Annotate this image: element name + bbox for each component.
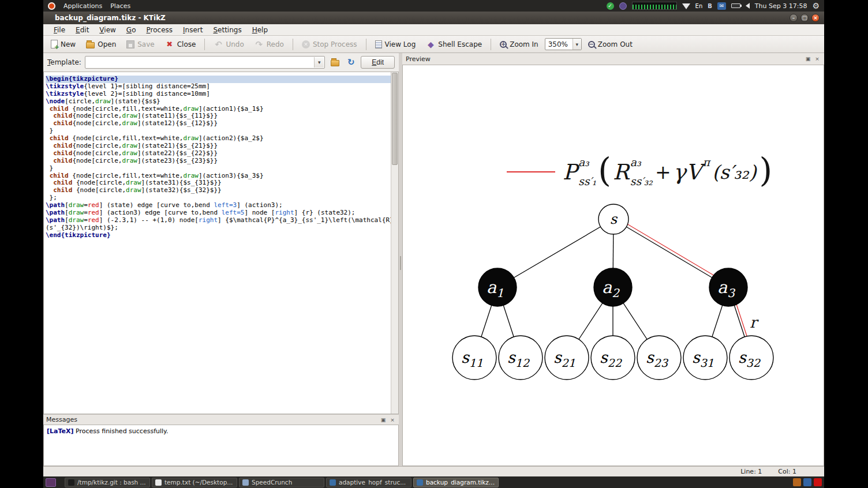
places-menu[interactable]: Places bbox=[110, 2, 130, 10]
taskbar-window-button[interactable]: adaptive_hopf_struc... bbox=[326, 478, 411, 487]
desktop: Applications Places ✓ En B ✉ Thu Sep 3 1… bbox=[0, 0, 868, 488]
save-button[interactable]: Save bbox=[122, 39, 158, 50]
zoom-out-button[interactable]: −Zoom Out bbox=[584, 39, 637, 50]
volume-icon[interactable] bbox=[746, 3, 750, 9]
chevron-down-icon[interactable]: ▾ bbox=[314, 57, 324, 67]
shell-escape-button[interactable]: ◆Shell Escape bbox=[422, 38, 486, 51]
toolbar-separator bbox=[491, 39, 491, 50]
code-token: draw bbox=[69, 201, 84, 209]
latex-formula: Pa₃ss′₁(Ra₃ss′₃₂+γVπ(s′₃₂)) bbox=[507, 151, 773, 193]
code-token: draw bbox=[122, 142, 137, 149]
tray-icon-3[interactable] bbox=[814, 478, 822, 486]
code-area[interactable]: \begin{tikzpicture}\tikzstyle{level 1}=[… bbox=[44, 72, 398, 414]
code-editor[interactable]: \begin{tikzpicture}\tikzstyle{level 1}=[… bbox=[43, 72, 399, 414]
open-button[interactable]: Open bbox=[82, 39, 120, 50]
taskbar-window-button[interactable]: temp.txt (~/Desktop... bbox=[152, 478, 237, 487]
code-token: [ bbox=[65, 209, 69, 216]
code-token bbox=[46, 179, 53, 186]
network-icon[interactable] bbox=[682, 3, 690, 9]
menu-process[interactable]: Process bbox=[141, 25, 177, 35]
code-token: [ bbox=[65, 201, 69, 209]
toolbar-button-label: Redo bbox=[267, 40, 284, 48]
detach-panel-icon[interactable]: ▣ bbox=[380, 416, 387, 423]
template-open-button[interactable] bbox=[328, 56, 341, 69]
messages-body: [LaTeX] Process finished successfully. bbox=[43, 425, 399, 466]
keyboard-layout-indicator[interactable]: En bbox=[695, 3, 703, 9]
window-titlebar[interactable]: backup_diagram.tikz - KTikZ – □ × bbox=[43, 12, 824, 24]
clock[interactable]: Thu Sep 3 17:58 bbox=[755, 2, 807, 10]
code-token: ](state32){$s_{32}$}} bbox=[141, 186, 222, 194]
template-reload-button[interactable]: ↻ bbox=[345, 56, 357, 69]
tray-icon-2[interactable] bbox=[803, 478, 811, 486]
applications-menu[interactable]: Applications bbox=[63, 2, 102, 10]
close-button[interactable]: ✖Close bbox=[161, 38, 200, 51]
taskbar-window-label: backup_diagram.tikz ... bbox=[426, 479, 495, 486]
code-token: child bbox=[53, 119, 72, 127]
messages-title: Messages bbox=[46, 416, 380, 423]
menu-help[interactable]: Help bbox=[248, 25, 272, 35]
bluetooth-icon[interactable]: B bbox=[708, 3, 712, 9]
undo-button[interactable]: ↶Undo bbox=[209, 38, 248, 51]
taskbar-launcher-icon[interactable] bbox=[46, 478, 56, 487]
menu-insert[interactable]: Insert bbox=[178, 25, 207, 35]
template-label: Template: bbox=[47, 58, 81, 66]
close-panel-icon[interactable]: × bbox=[389, 416, 396, 423]
indicator-applet-icon[interactable] bbox=[619, 2, 627, 10]
template-edit-button[interactable]: Edit bbox=[361, 56, 395, 69]
code-token: ](state){$s$} bbox=[111, 97, 160, 105]
menu-view[interactable]: View bbox=[95, 25, 120, 35]
minimize-button[interactable]: – bbox=[790, 14, 798, 22]
code-token: ] node [ bbox=[244, 209, 275, 216]
code-token: ](state31){$s_{31}$}} bbox=[141, 179, 222, 186]
tray-icon-1[interactable] bbox=[793, 478, 801, 486]
new-icon bbox=[51, 40, 58, 48]
code-token: {node[circle,fill,text=white, bbox=[69, 172, 184, 179]
new-button[interactable]: New bbox=[47, 38, 80, 50]
taskbar-window-button[interactable]: SpeedCrunch bbox=[239, 478, 324, 487]
view-log-button[interactable]: View Log bbox=[371, 39, 420, 50]
maximize-button[interactable]: □ bbox=[800, 14, 809, 22]
close-icon: ✖ bbox=[165, 40, 174, 49]
taskbar-tray bbox=[791, 478, 822, 486]
close-window-button[interactable]: × bbox=[811, 14, 820, 22]
code-token: red bbox=[88, 201, 99, 209]
zoom-level-combobox[interactable]: 350%▾ bbox=[545, 38, 582, 50]
mail-icon[interactable]: ✉ bbox=[717, 2, 726, 10]
taskbar: /tmp/ktikz.git : bash ...temp.txt (~/Des… bbox=[43, 476, 824, 488]
battery-icon[interactable] bbox=[731, 3, 740, 8]
scrollbar-thumb[interactable] bbox=[392, 73, 398, 165]
session-gear-icon[interactable]: ⚙ bbox=[812, 1, 820, 10]
taskbar-window-button[interactable]: backup_diagram.tikz ... bbox=[413, 478, 499, 487]
stop-process-button[interactable]: ✕Stop Process bbox=[298, 39, 361, 50]
template-combobox[interactable]: ▾ bbox=[85, 56, 325, 69]
window-icon bbox=[417, 479, 423, 486]
distributor-logo-icon[interactable] bbox=[48, 2, 55, 10]
close-panel-icon[interactable]: × bbox=[814, 55, 821, 62]
menu-settings[interactable]: Settings bbox=[208, 25, 246, 35]
update-status-icon[interactable]: ✓ bbox=[607, 2, 614, 10]
editor-scrollbar[interactable] bbox=[391, 72, 398, 414]
toolbar-button-label: Open bbox=[98, 40, 116, 48]
menu-edit[interactable]: Edit bbox=[71, 25, 93, 35]
redo-button[interactable]: ↷Redo bbox=[250, 38, 288, 51]
formula-red-rule bbox=[507, 171, 555, 172]
formula-superscript: a₃ bbox=[578, 157, 596, 168]
window-icon bbox=[242, 479, 249, 486]
code-token: draw bbox=[183, 105, 199, 112]
system-monitor-graph[interactable] bbox=[632, 2, 677, 10]
code-token: draw bbox=[122, 157, 137, 164]
code-token: {node[circle, bbox=[72, 142, 122, 149]
menu-file[interactable]: File bbox=[49, 25, 70, 35]
code-line: child {node[circle,draw](state32){$s_{32… bbox=[46, 187, 398, 194]
code-token: ](state21){$s_{21}$}} bbox=[137, 142, 218, 149]
code-line: child{node[circle,draw](state23){$s_{23}… bbox=[46, 157, 398, 165]
menu-go[interactable]: Go bbox=[122, 25, 141, 35]
chevron-down-icon[interactable]: ▾ bbox=[573, 39, 581, 50]
detach-panel-icon[interactable]: ▣ bbox=[805, 55, 811, 62]
zoom-in-button[interactable]: +Zoom In bbox=[496, 39, 542, 50]
code-token: {level 1}=[sibling distance=25mm] bbox=[84, 82, 210, 90]
taskbar-window-button[interactable]: /tmp/ktikz.git : bash ... bbox=[65, 478, 150, 487]
undo-icon: ↶ bbox=[214, 40, 223, 49]
toolbar-separator bbox=[293, 39, 293, 50]
window-icon bbox=[330, 479, 336, 486]
